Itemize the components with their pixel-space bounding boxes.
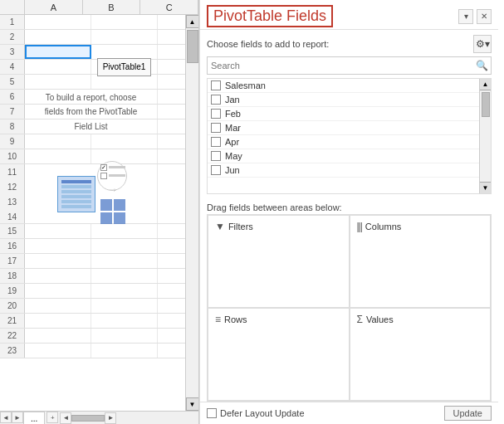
cell-c16[interactable] <box>158 239 185 253</box>
fl-scroll-track[interactable] <box>480 90 491 182</box>
field-item-mar[interactable]: Mar <box>208 121 479 135</box>
cell-c17[interactable] <box>158 254 185 268</box>
cell-a3[interactable] <box>25 45 91 59</box>
cell-c10[interactable] <box>158 149 185 163</box>
cell-c6[interactable] <box>158 90 185 104</box>
scroll-down-button[interactable]: ▼ <box>186 397 199 411</box>
fl-scroll-up-button[interactable]: ▲ <box>480 79 491 90</box>
panel-close-button[interactable]: ✕ <box>477 9 492 24</box>
cell-a2[interactable] <box>25 30 91 44</box>
cell-b2[interactable] <box>91 30 158 44</box>
field-list-scrollbar[interactable]: ▲ ▼ <box>479 79 491 193</box>
cell-c3[interactable] <box>158 45 185 59</box>
cell-b17[interactable] <box>91 254 158 268</box>
fl-scroll-down-button[interactable]: ▼ <box>480 182 491 193</box>
drag-area-values[interactable]: Σ Values <box>350 308 492 401</box>
horizontal-scrollbar[interactable]: ◄ ► <box>58 412 198 424</box>
cell-c19[interactable] <box>158 284 185 298</box>
cell-a4[interactable] <box>25 60 91 74</box>
cell-b20[interactable] <box>91 299 158 313</box>
cell-c8[interactable] <box>158 119 185 134</box>
cell-b19[interactable] <box>91 284 158 298</box>
cell-a5[interactable] <box>25 75 91 89</box>
gear-button[interactable]: ⚙▾ <box>473 35 492 53</box>
update-button[interactable]: Update <box>444 406 492 421</box>
cell-a1[interactable] <box>25 15 91 29</box>
cell-a18[interactable] <box>25 269 91 283</box>
cell-b4[interactable]: PivotTable1 <box>91 60 158 74</box>
cell-b22[interactable] <box>91 329 158 343</box>
cell-c22[interactable] <box>158 329 185 343</box>
cell-c11[interactable] <box>158 164 185 223</box>
cell-b15[interactable] <box>91 224 158 238</box>
cell-a10[interactable] <box>25 149 91 163</box>
cell-c21[interactable] <box>158 314 185 328</box>
field-checkbox-jun[interactable] <box>211 165 221 175</box>
field-checkbox-apr[interactable] <box>211 137 221 147</box>
cell-c9[interactable] <box>158 134 185 149</box>
cell-b16[interactable] <box>91 239 158 253</box>
cell-c7[interactable] <box>158 105 185 119</box>
cell-b21[interactable] <box>91 314 158 328</box>
cell-b1[interactable] <box>91 15 158 29</box>
field-item-feb[interactable]: Feb <box>208 107 479 121</box>
cell-a16[interactable] <box>25 239 91 253</box>
cell-a21[interactable] <box>25 314 91 328</box>
field-checkbox-jan[interactable] <box>211 95 221 105</box>
row-num: 17 <box>0 254 25 268</box>
cell-b5[interactable] <box>91 75 158 89</box>
col-header-c[interactable]: C <box>140 0 198 14</box>
col-header-a[interactable]: A <box>25 0 83 14</box>
cell-a15[interactable] <box>25 224 91 238</box>
cell-a20[interactable] <box>25 299 91 313</box>
cell-a23[interactable] <box>25 344 91 358</box>
h-scroll-left[interactable]: ◄ <box>60 412 71 424</box>
search-input[interactable] <box>207 56 492 75</box>
tab-add[interactable]: + <box>46 412 58 423</box>
col-header-b[interactable]: B <box>83 0 141 14</box>
cell-b23[interactable] <box>91 344 158 358</box>
drag-area-columns[interactable]: ||| Columns <box>350 215 492 308</box>
cell-c1[interactable] <box>158 15 185 29</box>
cell-c18[interactable] <box>158 269 185 283</box>
cell-a9[interactable] <box>25 134 91 149</box>
field-item-salesman[interactable]: Salesman <box>208 79 479 93</box>
cell-b18[interactable] <box>91 269 158 283</box>
field-item-may[interactable]: May <box>208 149 479 163</box>
h-scroll-right[interactable]: ► <box>105 412 116 424</box>
drag-area-rows[interactable]: ≡ Rows <box>208 308 350 401</box>
field-item-jan[interactable]: Jan <box>208 93 479 107</box>
tab-nav-right[interactable]: ► <box>12 412 23 423</box>
cell-c4[interactable] <box>158 60 185 74</box>
defer-check[interactable]: Defer Layout Update <box>207 408 305 418</box>
field-item-apr[interactable]: Apr <box>208 135 479 149</box>
cell-a17[interactable] <box>25 254 91 268</box>
sheet-tab[interactable]: ... <box>23 412 45 424</box>
scroll-thumb[interactable] <box>187 30 198 63</box>
h-scroll-thumb[interactable] <box>71 415 105 422</box>
panel-chevron-button[interactable]: ▾ <box>458 9 473 24</box>
field-item-jun[interactable]: Jun <box>208 163 479 178</box>
cell-a19[interactable] <box>25 284 91 298</box>
cell-b3[interactable] <box>91 45 158 59</box>
field-list-container: Salesman Jan Feb Mar Apr <box>207 78 492 194</box>
scroll-track[interactable] <box>186 28 199 397</box>
defer-layout-checkbox[interactable] <box>207 408 217 418</box>
field-checkbox-mar[interactable] <box>211 123 221 133</box>
fl-scroll-thumb[interactable] <box>482 92 490 117</box>
field-checkbox-feb[interactable] <box>211 109 221 119</box>
cell-b9[interactable] <box>91 134 158 149</box>
scroll-up-button[interactable]: ▲ <box>186 15 199 28</box>
columns-icon: ||| <box>357 221 362 232</box>
cell-a22[interactable] <box>25 329 91 343</box>
cell-c20[interactable] <box>158 299 185 313</box>
cell-c15[interactable] <box>158 224 185 238</box>
vertical-scrollbar[interactable]: ▲ ▼ <box>185 15 198 411</box>
field-checkbox-salesman[interactable] <box>211 80 221 90</box>
field-checkbox-may[interactable] <box>211 151 221 161</box>
cell-c2[interactable] <box>158 30 185 44</box>
tab-nav-left[interactable]: ◄ <box>0 412 12 423</box>
drag-area-filters[interactable]: ▼ Filters <box>208 215 350 308</box>
cell-c23[interactable] <box>158 344 185 358</box>
cell-c5[interactable] <box>158 75 185 89</box>
